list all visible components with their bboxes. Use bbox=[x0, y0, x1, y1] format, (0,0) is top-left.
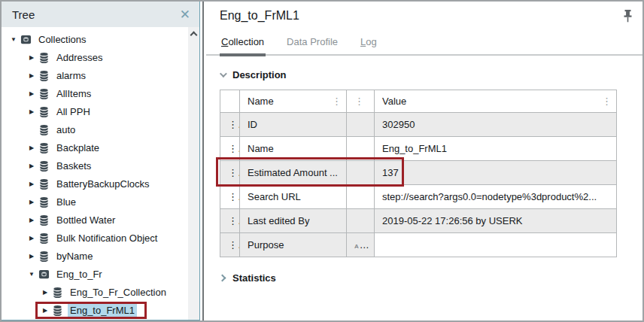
tree-item-label[interactable]: Bulk Notification Object bbox=[54, 232, 159, 245]
column-menu-icon[interactable]: ⋮ bbox=[354, 96, 364, 107]
row-drag-handle[interactable]: ⋮ bbox=[220, 113, 240, 137]
collapse-arrow-icon[interactable]: ▼ bbox=[26, 271, 38, 278]
expand-arrow-icon[interactable]: ▶ bbox=[26, 108, 38, 115]
expand-arrow-icon[interactable]: ▶ bbox=[26, 217, 38, 223]
property-name[interactable]: Name bbox=[240, 137, 347, 161]
collapse-arrow-icon[interactable]: ▼ bbox=[8, 36, 20, 43]
property-value[interactable]: 2019-05-22 17:26:56 by USERK bbox=[375, 209, 617, 233]
statistics-section-header[interactable]: Statistics bbox=[220, 272, 642, 284]
expand-arrow-icon[interactable]: ▶ bbox=[26, 163, 38, 169]
expand-arrow-icon[interactable]: ▶ bbox=[26, 181, 38, 187]
tree-item-label[interactable]: All PPH bbox=[54, 105, 93, 118]
property-value[interactable] bbox=[375, 233, 617, 257]
tree-item-eng-to-fr-collection[interactable]: ▶Eng_To_Fr_Collection bbox=[2, 283, 199, 301]
database-icon bbox=[38, 159, 50, 172]
tree-item-label[interactable]: Addresses bbox=[54, 51, 105, 64]
tree-item-label[interactable]: Baskets bbox=[54, 159, 93, 172]
tree-item-label[interactable]: AllItems bbox=[54, 87, 93, 100]
panel-splitter[interactable] bbox=[200, 2, 206, 320]
column-menu-icon[interactable]: ⋮ bbox=[332, 96, 342, 106]
database-icon bbox=[38, 232, 50, 244]
tree-item-baskets[interactable]: ▶Baskets bbox=[2, 156, 199, 175]
tree-item-label[interactable]: Backplate bbox=[54, 141, 102, 154]
property-value[interactable]: Eng_to_FrML1 bbox=[375, 137, 617, 161]
expand-arrow-icon[interactable]: ▶ bbox=[26, 235, 38, 242]
expand-arrow-icon[interactable]: ▶ bbox=[26, 54, 38, 61]
header-name-cell[interactable]: Name⋮ bbox=[240, 90, 347, 113]
tree-item-label[interactable]: Eng_to_Fr bbox=[54, 268, 105, 281]
row-drag-handle[interactable]: ⋮ bbox=[220, 209, 240, 233]
property-name[interactable]: Search URL bbox=[240, 185, 347, 209]
expand-arrow-icon[interactable]: ▶ bbox=[26, 72, 38, 79]
collection-folder-icon bbox=[38, 268, 50, 280]
tree-item-label[interactable]: Collections bbox=[36, 33, 89, 46]
tree-item-label[interactable]: BatteryBackupClocks bbox=[54, 178, 152, 190]
expand-arrow-icon[interactable]: ▶ bbox=[26, 90, 38, 97]
tab-collection[interactable]: Collection bbox=[220, 32, 266, 56]
property-row-search-url: ⋮Search URLstep://search?args0.0=nodetyp… bbox=[220, 185, 617, 209]
tree-item-label[interactable]: Blue bbox=[54, 196, 78, 208]
tree-item-byname[interactable]: ▶byName bbox=[2, 247, 199, 265]
description-table-wrap: Name⋮ ⋮ Value⋮ ⋮ID302950⋮NameEng_to_FrML… bbox=[220, 90, 616, 257]
tree-item-eng-to-frml1[interactable]: ▶Eng_to_FrML1 bbox=[2, 301, 199, 319]
collection-folder-icon bbox=[20, 33, 32, 45]
database-icon bbox=[38, 123, 50, 135]
tree-item-label[interactable]: Bottled Water bbox=[54, 214, 117, 226]
app-window: Tree ✕ ▼Collections▶Addresses▶alarms▶All… bbox=[0, 0, 644, 322]
type-cell bbox=[347, 113, 375, 137]
tree-item-label[interactable]: Eng_To_Fr_Collection bbox=[68, 286, 169, 299]
property-name[interactable]: Estimated Amount ... bbox=[240, 161, 347, 185]
row-drag-handle[interactable]: ⋮ bbox=[220, 185, 240, 209]
close-icon[interactable]: ✕ bbox=[180, 8, 190, 21]
property-name[interactable]: Purpose bbox=[240, 233, 347, 257]
property-value[interactable]: 302950 bbox=[375, 113, 617, 137]
property-row-id: ⋮ID302950 bbox=[220, 113, 617, 137]
tree-item-blue[interactable]: ▶Blue bbox=[2, 193, 199, 211]
tree-panel-header: Tree ✕ bbox=[2, 2, 199, 27]
scroll-up-icon[interactable] bbox=[190, 32, 198, 39]
tree-panel: Tree ✕ ▼Collections▶Addresses▶alarms▶All… bbox=[2, 2, 200, 320]
database-icon bbox=[38, 250, 50, 262]
expand-arrow-icon[interactable]: ▶ bbox=[26, 199, 38, 205]
tab-data-profile[interactable]: Data Profile bbox=[285, 32, 339, 54]
header-type-cell[interactable]: ⋮ bbox=[347, 90, 375, 113]
table-header-row: Name⋮ ⋮ Value⋮ bbox=[220, 90, 617, 113]
type-cell bbox=[347, 185, 375, 209]
tree-item-label[interactable]: auto bbox=[54, 123, 77, 136]
tree-item-eng-to-fr[interactable]: ▼Eng_to_Fr bbox=[2, 265, 199, 283]
row-drag-handle[interactable]: ⋮ bbox=[220, 137, 240, 161]
tree-item-collections[interactable]: ▼Collections bbox=[2, 30, 199, 48]
tree-item-all-pph[interactable]: ▶All PPH bbox=[2, 102, 199, 120]
tree-item-allitems[interactable]: ▶AllItems bbox=[2, 84, 199, 102]
tree-scrollbar[interactable] bbox=[188, 27, 199, 320]
tree-item-label[interactable]: alarms bbox=[54, 69, 88, 82]
row-drag-handle[interactable]: ⋮ bbox=[220, 161, 240, 185]
description-section-header[interactable]: Description bbox=[220, 69, 642, 80]
tree-item-label[interactable]: Eng_to_FrML1 bbox=[68, 304, 137, 317]
property-name[interactable]: Last edited By bbox=[240, 209, 347, 233]
tree-item-label[interactable]: byName bbox=[54, 250, 95, 263]
row-drag-handle[interactable]: ⋮ bbox=[220, 233, 240, 257]
expand-arrow-icon[interactable]: ▶ bbox=[39, 289, 51, 296]
column-menu-icon[interactable]: ⋮ bbox=[602, 96, 612, 106]
tree-item-bottled-water[interactable]: ▶Bottled Water bbox=[2, 211, 199, 229]
expand-arrow-icon[interactable]: ▶ bbox=[39, 307, 51, 314]
tree-item-auto[interactable]: auto bbox=[2, 120, 199, 138]
property-name[interactable]: ID bbox=[240, 113, 347, 137]
header-value-cell[interactable]: Value⋮ bbox=[375, 90, 617, 113]
tree-item-addresses[interactable]: ▶Addresses bbox=[2, 48, 199, 66]
property-value[interactable]: 137 bbox=[375, 161, 617, 185]
tab-bar: Collection Data Profile Log bbox=[206, 32, 642, 56]
tree-item-batterybackupclocks[interactable]: ▶BatteryBackupClocks bbox=[2, 175, 199, 193]
property-value[interactable]: step://search?args0.0=nodetype%3dproduct… bbox=[375, 185, 617, 209]
tree-panel-title: Tree bbox=[12, 8, 35, 21]
expand-arrow-icon[interactable]: ▶ bbox=[26, 253, 38, 260]
tree-item-alarms[interactable]: ▶alarms bbox=[2, 66, 199, 84]
tree-item-bulk-notification-object[interactable]: ▶Bulk Notification Object bbox=[2, 229, 199, 247]
tab-log[interactable]: Log bbox=[359, 32, 378, 54]
type-cell bbox=[347, 137, 375, 161]
expand-arrow-icon[interactable]: ▶ bbox=[26, 144, 38, 151]
pin-icon[interactable] bbox=[623, 9, 633, 24]
property-row-purpose: ⋮PurposeABC bbox=[220, 233, 617, 257]
tree-item-backplate[interactable]: ▶Backplate bbox=[2, 138, 199, 156]
